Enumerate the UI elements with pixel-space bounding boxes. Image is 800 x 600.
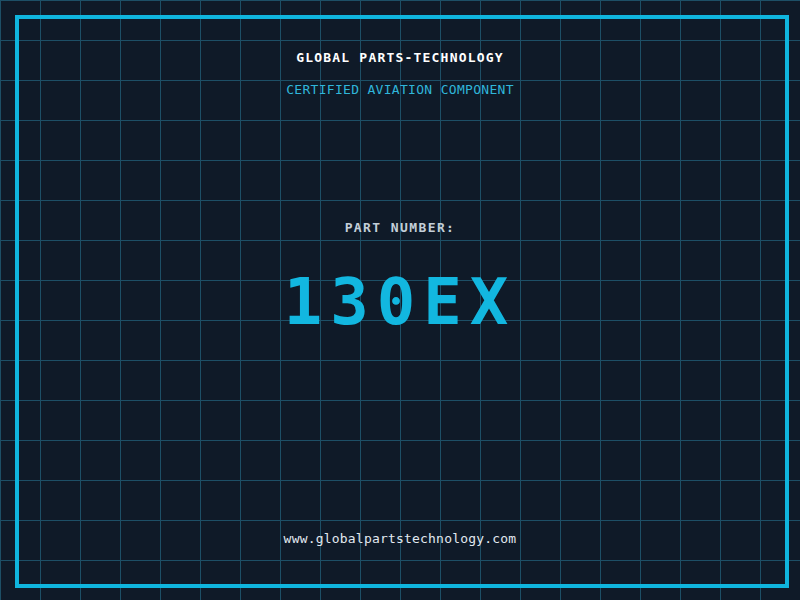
website-url: www.globalpartstechnology.com	[0, 532, 800, 545]
part-number-value: 130EX	[0, 270, 800, 334]
company-title: GLOBAL PARTS-TECHNOLOGY	[0, 51, 800, 64]
part-number-label: PART NUMBER:	[0, 221, 800, 234]
certification-subtitle: CERTIFIED AVIATION COMPONENT	[0, 83, 800, 96]
part-label-page: GLOBAL PARTS-TECHNOLOGY CERTIFIED AVIATI…	[0, 0, 800, 600]
